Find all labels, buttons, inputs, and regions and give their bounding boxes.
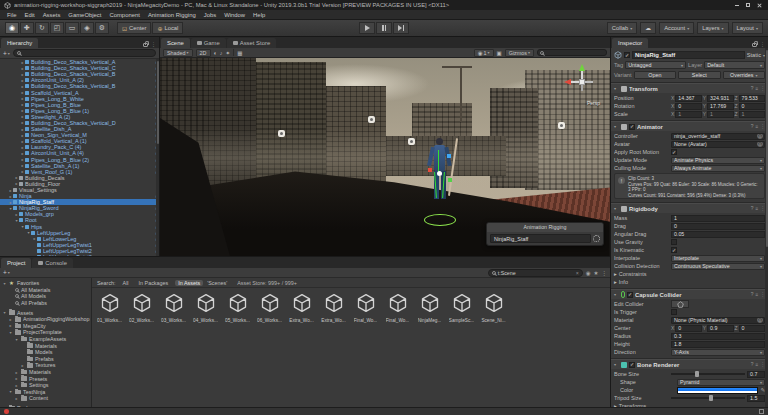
- slider-value-field[interactable]: 0.7: [747, 371, 765, 378]
- asset-item-02-works[interactable]: 02_Works...: [127, 293, 156, 323]
- tab-asset-store[interactable]: Asset Store: [227, 38, 276, 48]
- gizmos-dropdown[interactable]: Gizmos▾: [505, 49, 534, 57]
- active-checkbox[interactable]: ✓: [624, 52, 630, 58]
- value-field[interactable]: 0.05: [671, 231, 765, 238]
- asset-item-final-wo[interactable]: Final_Wo...: [351, 293, 380, 323]
- scope-in-packages[interactable]: In Packages: [136, 280, 172, 286]
- x-field[interactable]: 0: [675, 325, 701, 332]
- slider-value-field[interactable]: 1.5: [747, 395, 765, 402]
- color-swatch[interactable]: [677, 387, 758, 394]
- 2d-toggle[interactable]: 2D: [196, 49, 211, 57]
- hand-tool-button[interactable]: ◉: [5, 22, 19, 34]
- cloud-services-button[interactable]: ☁: [640, 22, 656, 34]
- presets-icon[interactable]: ≡: [755, 124, 758, 129]
- tab-hierarchy[interactable]: Hierarchy: [1, 38, 38, 48]
- component-header-bone-renderer[interactable]: ▾✓Bone Renderer?≡⋮: [611, 359, 768, 369]
- object-field-material[interactable]: None (Physic Material)⊙: [671, 317, 765, 324]
- help-icon[interactable]: ?: [751, 362, 754, 367]
- asset-item-extra-wo[interactable]: Extra_Wo...: [319, 293, 348, 323]
- asset-item-04-works[interactable]: 04_Works...: [191, 293, 220, 323]
- menu-item-help[interactable]: Help: [249, 12, 269, 18]
- panel-menu-icon[interactable]: ⋮: [151, 41, 156, 47]
- folder-item-materials[interactable]: ▸Materials: [0, 369, 91, 376]
- presets-icon[interactable]: ≡: [755, 362, 758, 367]
- asset-item-01-works[interactable]: 01_Works...: [95, 293, 124, 323]
- folder-item-animationriggingworkshop[interactable]: ▸AnimationRiggingWorkshop: [0, 316, 91, 323]
- rig-effector-red[interactable]: [428, 168, 432, 172]
- menu-item-assets[interactable]: Assets: [39, 12, 65, 18]
- panel-menu-icon[interactable]: ⋮: [760, 41, 765, 47]
- foldout-info[interactable]: ▸Info: [614, 278, 765, 286]
- layer-dropdown[interactable]: Default▾: [704, 61, 765, 69]
- expand-arrow-icon[interactable]: ▸: [14, 383, 19, 388]
- folder-item-settings[interactable]: ▸Settings: [0, 382, 91, 389]
- menu-item-component[interactable]: Component: [105, 12, 143, 18]
- menu-item-file[interactable]: File: [3, 12, 21, 18]
- y-axis-icon[interactable]: [579, 64, 585, 71]
- edit-collider-button[interactable]: [671, 300, 689, 308]
- rig-object-field[interactable]: NinjaRig_Staff: [490, 234, 591, 243]
- step-button[interactable]: [393, 22, 409, 34]
- component-enabled-checkbox[interactable]: ✓: [629, 362, 635, 368]
- folder-item-all-materials[interactable]: All Materials: [0, 287, 91, 294]
- x-axis-icon[interactable]: [564, 79, 571, 85]
- rect-tool-button[interactable]: ▭: [65, 22, 79, 34]
- expand-arrow-icon[interactable]: ▸: [14, 376, 19, 381]
- collab-button[interactable]: Collab▾: [607, 22, 637, 34]
- tab-scene[interactable]: Scene: [161, 38, 190, 48]
- save-search-icon[interactable]: ★: [594, 270, 599, 276]
- tag-dropdown[interactable]: Untagged▾: [625, 61, 686, 69]
- close-icon[interactable]: [757, 3, 762, 8]
- help-icon[interactable]: ?: [751, 206, 754, 211]
- static-label[interactable]: Static: [747, 52, 761, 58]
- scene-audio-icon[interactable]: ♪: [220, 50, 223, 56]
- foldout-icon[interactable]: ▾: [614, 362, 619, 367]
- scale-tool-button[interactable]: ◰: [50, 22, 64, 34]
- y-field[interactable]: 0.9: [707, 325, 733, 332]
- asset-item-ninjameg[interactable]: NinjaMeg...: [415, 293, 444, 323]
- object-picker-icon[interactable]: ⊙: [757, 133, 763, 139]
- foldout-icon[interactable]: ▾: [614, 86, 619, 91]
- asset-item-final-wo[interactable]: Final_Wo...: [383, 293, 412, 323]
- scope-in-assets[interactable]: In Assets: [175, 280, 203, 286]
- tab-project[interactable]: Project: [1, 258, 31, 268]
- activity-indicator-icon[interactable]: [759, 409, 764, 414]
- menu-item-gameobject[interactable]: GameObject: [64, 12, 105, 18]
- tab-console[interactable]: Console: [32, 258, 73, 268]
- checkbox-use-gravity[interactable]: [671, 239, 677, 245]
- asset-store-count[interactable]: Asset Store: 999+ / 999+: [237, 280, 297, 286]
- saved-search-label[interactable]: 'Scenes': [207, 280, 227, 286]
- asset-item-06-works[interactable]: 06_Works...: [255, 293, 284, 323]
- value-field[interactable]: 0.3: [671, 333, 765, 340]
- camera-settings-icon[interactable]: ▣: [497, 50, 502, 56]
- presets-icon[interactable]: ≡: [755, 86, 758, 91]
- hierarchy-search-input[interactable]: [13, 49, 156, 57]
- perspective-label[interactable]: Persp: [587, 100, 600, 106]
- scene-orientation-gizmo[interactable]: [564, 64, 600, 100]
- presets-icon[interactable]: ≡: [755, 292, 758, 297]
- expand-arrow-icon[interactable]: ▸: [14, 396, 19, 401]
- expand-arrow-icon[interactable]: ▾: [2, 281, 7, 286]
- help-icon[interactable]: ?: [751, 86, 754, 91]
- space-toggle-button[interactable]: ⊕ Local: [152, 22, 183, 34]
- foldout-icon[interactable]: ▾: [614, 292, 619, 297]
- shading-mode-dropdown[interactable]: Shaded▾: [163, 49, 193, 57]
- value-field[interactable]: 0: [671, 223, 765, 230]
- folder-item-models[interactable]: Models: [0, 349, 91, 356]
- custom-tool-button[interactable]: ⚙: [95, 22, 109, 34]
- y-field[interactable]: 324.931: [707, 95, 733, 102]
- prefab-select-button[interactable]: Select: [678, 71, 720, 79]
- component-header-rigidbody[interactable]: ▾Rigidbody?≡⋮: [611, 203, 768, 213]
- expand-arrow-icon[interactable]: ▸: [8, 323, 13, 328]
- component-header-animator[interactable]: ▾✓Animator?≡⋮: [611, 121, 768, 131]
- dropdown-culling-mode[interactable]: Always Animate▾: [671, 165, 765, 172]
- folder-item-materials[interactable]: Materials: [0, 342, 91, 349]
- rig-ring-gizmo[interactable]: [424, 214, 456, 226]
- asset-item-samplesc[interactable]: SampleSc...: [447, 293, 476, 323]
- folder-item-exampleassets[interactable]: ▾ExampleAssets: [0, 336, 91, 343]
- gizmo-sprite-icon[interactable]: [278, 130, 285, 137]
- layers-dropdown[interactable]: Layers▾: [697, 22, 728, 34]
- folder-item-presets[interactable]: ▸Presets: [0, 375, 91, 382]
- foldout-icon[interactable]: ▾: [614, 124, 619, 129]
- checkbox-is-trigger[interactable]: [671, 309, 677, 315]
